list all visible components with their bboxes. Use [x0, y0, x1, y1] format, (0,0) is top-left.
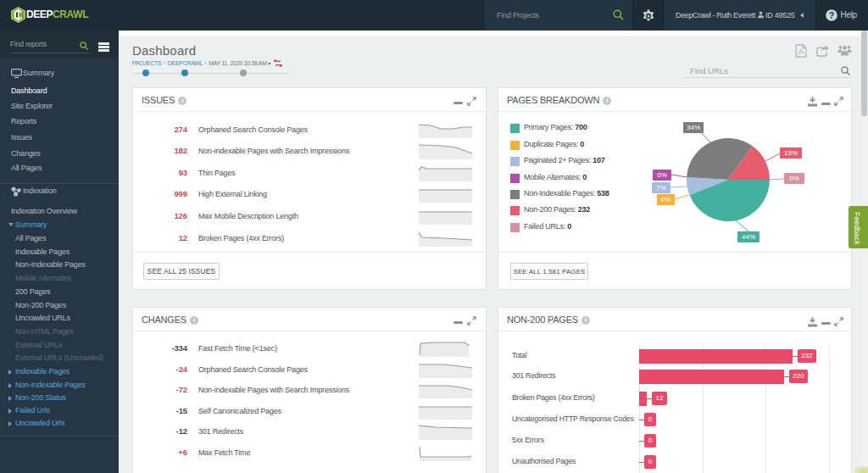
svg-text:?: ? [829, 11, 834, 20]
